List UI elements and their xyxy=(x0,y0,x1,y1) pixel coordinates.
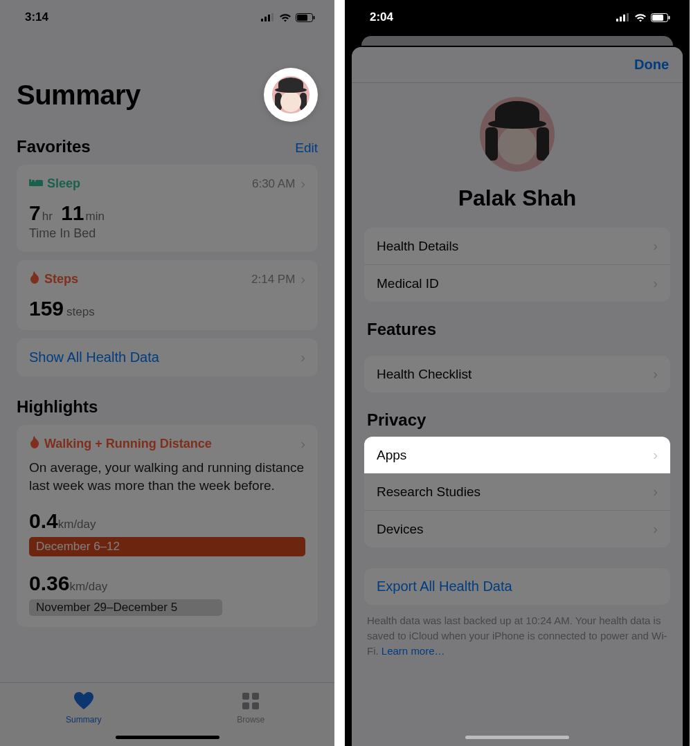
research-studies-row[interactable]: Research Studies › xyxy=(364,473,670,511)
page-title: Summary xyxy=(17,80,141,111)
chevron-right-icon: › xyxy=(653,275,658,291)
status-icons xyxy=(261,13,315,22)
chevron-right-icon: › xyxy=(653,366,658,382)
sleep-card[interactable]: Sleep 6:30 AM › 7hr 11min Time In Bed xyxy=(17,165,318,252)
sleep-label: Sleep xyxy=(47,176,80,191)
tab-summary-label: Summary xyxy=(66,715,101,725)
profile-avatar-button[interactable] xyxy=(264,68,318,122)
chevron-right-icon: › xyxy=(300,271,305,287)
status-time: 3:14 xyxy=(25,10,48,24)
flame-icon xyxy=(29,436,40,452)
svg-rect-11 xyxy=(242,693,249,700)
svg-rect-16 xyxy=(620,17,622,21)
medical-id-row[interactable]: Medical ID › xyxy=(364,265,670,302)
svg-rect-20 xyxy=(652,15,663,21)
svg-rect-21 xyxy=(669,16,670,19)
steps-value: 159 xyxy=(29,297,64,320)
svg-rect-5 xyxy=(297,15,307,21)
bed-icon xyxy=(29,176,43,191)
highlight-value-1: 0.4 xyxy=(29,509,58,532)
profile-sheet: Done Palak Shah Health Details › Medical… xyxy=(352,47,683,746)
right-screenshot: 2:04 Done Palak Shah Health Details › Me… xyxy=(345,0,690,746)
sleep-timestamp: 6:30 AM xyxy=(252,177,295,191)
profile-name: Palak Shah xyxy=(458,185,577,211)
left-screenshot: 3:14 Summary Favorites Edit xyxy=(0,0,345,746)
home-indicator[interactable] xyxy=(465,736,569,739)
sleep-hours: 7 xyxy=(29,201,41,224)
steps-card[interactable]: Steps 2:14 PM › 159steps xyxy=(17,260,318,330)
svg-rect-14 xyxy=(252,702,259,709)
svg-rect-17 xyxy=(623,15,625,21)
svg-rect-8 xyxy=(29,179,31,185)
profile-avatar[interactable] xyxy=(480,97,555,172)
svg-rect-3 xyxy=(271,13,273,21)
privacy-header: Privacy xyxy=(367,410,667,430)
show-all-health-data-row[interactable]: Show All Health Data › xyxy=(17,338,318,376)
svg-rect-13 xyxy=(242,702,249,709)
chevron-right-icon: › xyxy=(653,484,658,500)
backup-footer: Health data was last backed up at 10:24 … xyxy=(352,605,683,658)
highlight-value-2: 0.36 xyxy=(29,572,69,594)
heart-icon xyxy=(74,692,93,712)
health-details-row[interactable]: Health Details › xyxy=(364,228,670,265)
done-button[interactable]: Done xyxy=(634,57,669,73)
svg-rect-6 xyxy=(314,16,315,19)
health-checklist-row[interactable]: Health Checklist › xyxy=(364,356,670,392)
edit-favorites-button[interactable]: Edit xyxy=(295,140,318,156)
highlights-header: Highlights xyxy=(17,397,98,417)
sleep-minutes: 11 xyxy=(61,201,84,224)
status-bar: 3:14 xyxy=(0,0,334,35)
learn-more-link[interactable]: Learn more… xyxy=(382,645,445,657)
highlight-card[interactable]: Walking + Running Distance › On average,… xyxy=(17,425,318,627)
highlight-bar-2: November 29–December 5 xyxy=(29,599,222,616)
highlight-name: Walking + Running Distance xyxy=(44,437,212,451)
devices-row[interactable]: Devices › xyxy=(364,511,670,547)
sleep-sublabel: Time In Bed xyxy=(29,226,305,241)
highlight-body: On average, your walking and running dis… xyxy=(29,459,305,494)
chevron-right-icon: › xyxy=(300,176,305,192)
flame-icon xyxy=(29,271,40,287)
chevron-right-icon: › xyxy=(300,436,305,452)
highlight-bar-1: December 6–12 xyxy=(29,537,305,556)
chevron-right-icon: › xyxy=(653,521,658,537)
svg-rect-15 xyxy=(616,19,618,21)
avatar-icon xyxy=(272,76,309,113)
svg-rect-10 xyxy=(35,180,43,183)
svg-point-9 xyxy=(32,180,35,183)
grid-icon xyxy=(242,693,259,712)
sheet-background-card xyxy=(361,36,673,46)
svg-rect-1 xyxy=(264,17,267,21)
tab-browse-label: Browse xyxy=(237,715,264,725)
chevron-right-icon: › xyxy=(653,447,658,463)
svg-rect-2 xyxy=(268,15,270,21)
chevron-right-icon: › xyxy=(300,349,305,365)
status-bar: 2:04 xyxy=(345,0,690,35)
apps-row[interactable]: Apps › xyxy=(364,437,670,473)
features-header: Features xyxy=(367,320,667,339)
steps-label: Steps xyxy=(44,272,78,286)
home-indicator[interactable] xyxy=(116,736,219,739)
svg-rect-0 xyxy=(261,19,263,21)
svg-rect-18 xyxy=(627,13,629,21)
show-all-label: Show All Health Data xyxy=(29,349,159,365)
svg-rect-12 xyxy=(252,693,259,700)
status-icons xyxy=(616,13,670,22)
export-health-data-row[interactable]: Export All Health Data xyxy=(364,568,670,605)
steps-timestamp: 2:14 PM xyxy=(251,273,295,286)
chevron-right-icon: › xyxy=(653,238,658,254)
status-time: 2:04 xyxy=(370,10,393,24)
favorites-header: Favorites xyxy=(17,137,91,156)
